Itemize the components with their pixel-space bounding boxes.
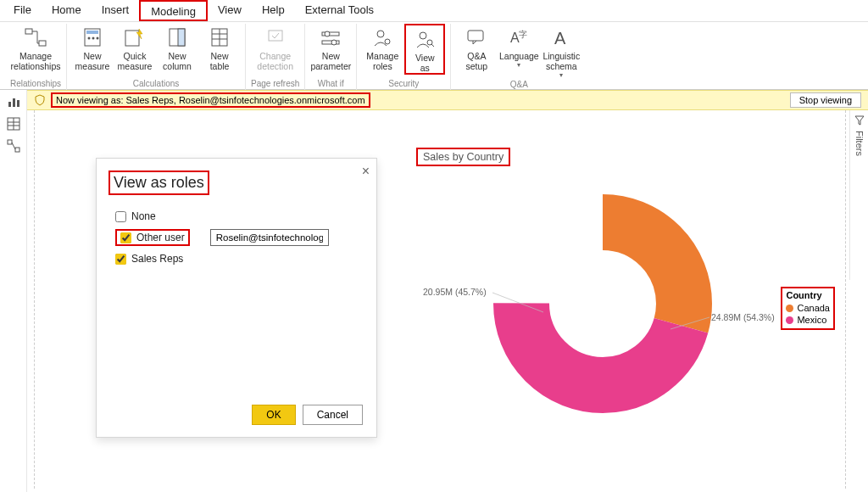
role-sales-reps[interactable]: Sales Reps (115, 253, 358, 265)
model-view-icon[interactable] (5, 137, 22, 154)
svg-rect-14 (269, 31, 282, 41)
legend-item-canada[interactable]: Canada (786, 303, 830, 313)
sales-by-country-chart[interactable]: Sales by Country 20.95M (45.7%) 24.89M (… (416, 148, 840, 453)
svg-point-6 (97, 37, 99, 40)
group-label: Security (388, 78, 419, 90)
svg-rect-1 (39, 41, 46, 46)
svg-rect-29 (13, 98, 15, 107)
legend-title: Country (786, 290, 830, 300)
relationship-icon (24, 25, 47, 49)
group-label: Calculations (133, 78, 179, 90)
cancel-button[interactable]: Cancel (303, 405, 363, 425)
svg-rect-35 (8, 140, 12, 144)
report-canvas: × View as roles None Other user Sales Re… (34, 110, 846, 489)
view-as-roles-dialog: × View as roles None Other user Sales Re… (96, 158, 377, 438)
parameter-icon (319, 25, 342, 49)
tab-modeling[interactable]: Modeling (139, 0, 208, 21)
chevron-down-icon: ▾ (559, 71, 563, 79)
svg-point-5 (92, 37, 95, 40)
tab-help[interactable]: Help (252, 0, 295, 21)
svg-point-18 (331, 40, 337, 45)
new-measure-button[interactable]: New measure (72, 24, 113, 71)
change-detection-icon (264, 25, 287, 49)
new-parameter-button[interactable]: New parameter (310, 24, 351, 71)
qa-setup-button[interactable]: Q&A setup (456, 24, 497, 79)
role-none[interactable]: None (115, 210, 358, 222)
shield-icon (34, 94, 46, 106)
group-label: Relationships (10, 78, 61, 90)
group-label: What if (318, 78, 344, 90)
svg-text:A: A (554, 29, 566, 48)
svg-point-20 (385, 39, 390, 44)
dialog-title: View as roles (108, 171, 209, 195)
stop-viewing-button[interactable]: Stop viewing (790, 92, 861, 108)
data-view-icon[interactable] (5, 115, 22, 132)
tab-file[interactable]: File (3, 0, 42, 21)
manage-roles-button[interactable]: Manage roles (362, 24, 403, 75)
none-checkbox[interactable] (115, 211, 126, 222)
svg-line-39 (670, 317, 709, 329)
quick-measure-button[interactable]: Quick measure (114, 24, 155, 71)
tab-home[interactable]: Home (42, 0, 92, 21)
svg-point-16 (325, 31, 330, 36)
svg-rect-9 (178, 29, 185, 46)
svg-rect-28 (8, 102, 11, 107)
filter-icon (854, 115, 865, 126)
linguistic-schema-button[interactable]: A Linguistic schema ▾ (541, 24, 581, 79)
legend-dot-icon (786, 305, 793, 312)
person-gear-icon (370, 25, 394, 49)
legend-item-mexico[interactable]: Mexico (786, 315, 830, 325)
other-user-input[interactable] (210, 229, 329, 246)
left-nav-rail (0, 90, 27, 492)
svg-point-21 (420, 32, 426, 39)
svg-rect-30 (17, 100, 19, 107)
table-icon (208, 25, 231, 49)
svg-rect-36 (15, 148, 19, 152)
legend-dot-icon (786, 316, 793, 324)
svg-rect-24 (468, 31, 483, 41)
tab-external-tools[interactable]: External Tools (295, 0, 384, 21)
svg-point-4 (88, 37, 91, 40)
manage-relationships-button[interactable]: Manage relationships (15, 24, 56, 71)
filters-pane[interactable]: Filters (849, 110, 868, 280)
chevron-down-icon: ▾ (517, 61, 520, 69)
close-icon[interactable]: × (362, 164, 370, 179)
view-as-button[interactable]: View as (404, 24, 445, 75)
schema-icon: A (549, 25, 573, 49)
chart-title: Sales by Country (416, 148, 510, 166)
svg-rect-3 (86, 31, 98, 34)
svg-line-37 (12, 143, 15, 149)
notification-bar: Now viewing as: Sales Reps, Roselin@tsin… (0, 90, 868, 110)
svg-point-19 (377, 31, 384, 37)
svg-line-23 (431, 44, 434, 47)
calculator-icon (81, 25, 104, 49)
new-table-button[interactable]: New table (199, 24, 240, 71)
role-other-user[interactable]: Other user (115, 229, 190, 246)
report-view-icon[interactable] (5, 93, 22, 110)
change-detection-button: Change detection (255, 24, 296, 71)
chat-icon (465, 25, 488, 49)
language-button[interactable]: A字 Language ▾ (498, 24, 539, 79)
svg-rect-0 (25, 29, 32, 34)
salesreps-checkbox[interactable] (115, 254, 126, 265)
chart-legend: Country Canada Mexico (781, 287, 835, 330)
language-icon: A字 (507, 25, 531, 49)
group-label: Page refresh (251, 78, 299, 90)
donut-chart: 20.95M (45.7%) 24.89M (54.3%) Country Ca… (476, 176, 764, 431)
quick-measure-icon (123, 25, 147, 49)
ok-button[interactable]: OK (252, 405, 295, 425)
ribbon: Manage relationships Relationships New m… (0, 22, 868, 90)
other-user-checkbox[interactable] (120, 232, 131, 243)
tab-insert[interactable]: Insert (92, 0, 140, 21)
tab-view[interactable]: View (208, 0, 252, 21)
viewing-as-text: Now viewing as: Sales Reps, Roselin@tsin… (51, 92, 370, 108)
column-icon (165, 25, 189, 49)
svg-text:字: 字 (519, 30, 527, 39)
person-search-icon (413, 27, 437, 51)
svg-line-38 (492, 293, 543, 312)
new-column-button[interactable]: New column (157, 24, 198, 71)
filters-label: Filters (854, 131, 865, 156)
